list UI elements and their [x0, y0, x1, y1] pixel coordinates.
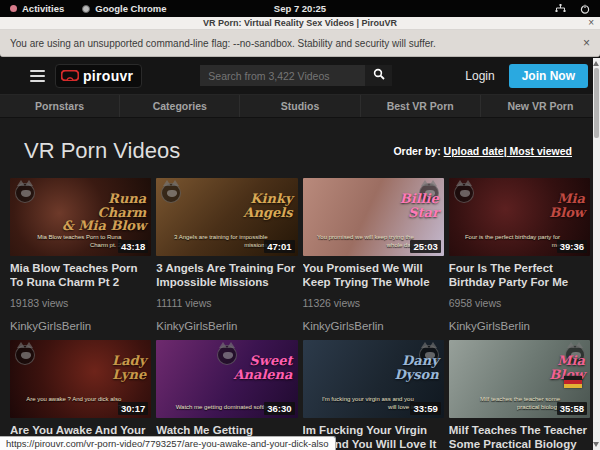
- chrome-icon: [82, 5, 90, 13]
- clock[interactable]: Sep 7 20:25: [274, 3, 326, 14]
- video-card[interactable]: Kinky Angels3 Angels are training for im…: [156, 178, 297, 332]
- studio-watermark-icon: [15, 183, 35, 203]
- video-thumbnail[interactable]: Runa Charm & Mia BlowMia Blow teaches Po…: [10, 178, 151, 256]
- video-studio-link[interactable]: KinkyGirlsBerlin: [303, 320, 444, 332]
- page-title: VR Porn Videos: [24, 138, 180, 164]
- site-navbar: pirouvr Login Join Now: [0, 57, 600, 95]
- video-grid: Runa Charm & Mia BlowMia Blow teaches Po…: [0, 178, 600, 450]
- thumbnail-overlay-subtitle: 3 Angels are training for impossible mis…: [169, 234, 268, 250]
- video-thumbnail[interactable]: Sweet AnalenaWatch me getting dominated …: [156, 340, 297, 418]
- video-thumbnail[interactable]: Mia BlowMilf teaches the teacher some pr…: [449, 340, 590, 418]
- video-thumbnail[interactable]: Mia BlowFour is the perfect birthday par…: [449, 178, 590, 256]
- page-scrollbar[interactable]: [593, 58, 600, 450]
- search-bar: [200, 65, 392, 86]
- scroll-down-icon[interactable]: [593, 442, 599, 447]
- power-icon[interactable]: [580, 4, 590, 14]
- network-icon[interactable]: [555, 4, 566, 14]
- video-duration-badge: 47:01: [264, 240, 294, 253]
- order-by-label: Order by:: [393, 145, 440, 157]
- activities-label: Activities: [22, 3, 64, 14]
- video-duration-badge: 43:18: [118, 240, 148, 253]
- video-duration-badge: 30:17: [118, 402, 148, 415]
- video-title[interactable]: Mia Blow Teaches Porn To Runa Charm Pt 2: [10, 262, 151, 290]
- thumbnail-overlay-name: Dany Dyson: [394, 354, 438, 381]
- hamburger-menu-icon[interactable]: [30, 67, 45, 85]
- video-title[interactable]: Four Is The Perfect Birthday Party For M…: [449, 262, 590, 290]
- system-top-bar: Activities Google Chrome Sep 7 20:25: [0, 0, 600, 17]
- menu-item-studios[interactable]: Studios: [240, 95, 360, 117]
- site-logo[interactable]: pirouvr: [55, 64, 142, 88]
- scrollbar-thumb[interactable]: [594, 68, 599, 138]
- thumbnail-overlay-name: Lady Lyne: [112, 354, 146, 381]
- warning-close-icon[interactable]: ×: [583, 36, 590, 50]
- menu-item-pornstars[interactable]: Pornstars: [0, 95, 120, 117]
- thumbnail-overlay-subtitle: I'm fucking your virgin ass and you will…: [315, 396, 414, 412]
- video-title[interactable]: 3 Angels Are Training For Impossible Mis…: [156, 262, 297, 290]
- studio-watermark-icon: [15, 345, 35, 365]
- warning-message: You are using an unsupported command-lin…: [10, 38, 436, 49]
- video-card[interactable]: Mia BlowFour is the perfect birthday par…: [449, 178, 590, 332]
- site-logo-text: pirouvr: [83, 68, 133, 84]
- video-views: 19183 views: [10, 297, 151, 309]
- video-duration-badge: 33:59: [410, 402, 440, 415]
- video-studio-link[interactable]: KinkyGirlsBerlin: [156, 320, 297, 332]
- sort-links: Upload date| Most viewed: [444, 145, 572, 157]
- video-views: 6958 views: [449, 297, 590, 309]
- thumbnail-overlay-subtitle: Watch me getting dominated softly: [176, 404, 268, 412]
- chrome-app-indicator[interactable]: Google Chrome: [82, 3, 166, 14]
- video-title[interactable]: Milf Teaches The Teacher Some Practical …: [449, 424, 590, 450]
- german-flag-icon: [564, 376, 582, 388]
- video-card[interactable]: Lady LyneAre you awake ? And your dick a…: [10, 340, 151, 450]
- sort-link-upload-date[interactable]: Upload date: [444, 145, 504, 157]
- video-views: 11326 views: [303, 297, 444, 309]
- activities-icon: [10, 5, 17, 12]
- status-url: https://pirouvr.com/vr-porn-video/779325…: [6, 438, 329, 449]
- video-thumbnail[interactable]: Billie StarYou promised we will keep try…: [303, 178, 444, 256]
- video-studio-link[interactable]: KinkyGirlsBerlin: [449, 320, 590, 332]
- video-thumbnail[interactable]: Kinky Angels3 Angels are training for im…: [156, 178, 297, 256]
- thumbnail-overlay-name: Runa Charm & Mia Blow: [62, 192, 146, 233]
- page-header: VR Porn Videos Order by: Upload date| Mo…: [0, 118, 600, 178]
- window-title-bar: VR Porn: Virtual Reality Sex Videos | Pi…: [0, 17, 600, 30]
- chrome-warning-bar: You are using an unsupported command-lin…: [0, 30, 600, 57]
- site-menu: PornstarsCategoriesStudiosBest VR PornNe…: [0, 95, 600, 118]
- vr-headset-icon: [61, 67, 79, 85]
- thumbnail-overlay-name: Sweet Analena: [233, 354, 292, 381]
- window-title: VR Porn: Virtual Reality Sex Videos | Pi…: [203, 18, 397, 28]
- activities-button[interactable]: Activities: [10, 3, 64, 14]
- menu-item-best-vr-porn[interactable]: Best VR Porn: [361, 95, 481, 117]
- thumbnail-overlay-subtitle: You promised we will keep trying the who…: [315, 234, 414, 250]
- video-views: 11111 views: [156, 297, 297, 309]
- video-title[interactable]: You Promised We Will Keep Trying The Who…: [303, 262, 444, 290]
- video-card[interactable]: Dany DysonI'm fucking your virgin ass an…: [303, 340, 444, 450]
- sort-link-most-viewed[interactable]: Most viewed: [507, 145, 572, 157]
- video-duration-badge: 39:36: [557, 240, 587, 253]
- video-duration-badge: 35:58: [557, 402, 587, 415]
- thumbnail-overlay-name: Billie Star: [400, 192, 439, 219]
- join-now-button[interactable]: Join Now: [509, 64, 588, 88]
- video-duration-badge: 36:30: [264, 402, 294, 415]
- status-bar: https://pirouvr.com/vr-porn-video/779325…: [0, 436, 336, 450]
- window-close-icon[interactable]: ×: [588, 17, 594, 28]
- search-button[interactable]: [365, 65, 392, 86]
- video-thumbnail[interactable]: Dany DysonI'm fucking your virgin ass an…: [303, 340, 444, 418]
- thumbnail-overlay-subtitle: Are you awake ? And your dick also ?: [22, 396, 121, 412]
- video-thumbnail[interactable]: Lady LyneAre you awake ? And your dick a…: [10, 340, 151, 418]
- menu-item-categories[interactable]: Categories: [120, 95, 240, 117]
- scroll-up-icon[interactable]: [593, 61, 599, 66]
- thumbnail-overlay-subtitle: Milf teaches the teacher some practical …: [461, 396, 560, 412]
- video-duration-badge: 25:03: [410, 240, 440, 253]
- thumbnail-overlay-name: Kinky Angels: [243, 192, 292, 219]
- thumbnail-overlay-subtitle: Four is the perfect birthday party for m…: [461, 234, 560, 250]
- login-link[interactable]: Login: [465, 69, 494, 83]
- studio-watermark-icon: [161, 183, 181, 203]
- video-card[interactable]: Runa Charm & Mia BlowMia Blow teaches Po…: [10, 178, 151, 332]
- menu-item-new-vr-porn[interactable]: New VR Porn: [481, 95, 600, 117]
- video-card[interactable]: Mia BlowMilf teaches the teacher some pr…: [449, 340, 590, 450]
- chrome-app-label: Google Chrome: [95, 3, 166, 14]
- video-card[interactable]: Billie StarYou promised we will keep try…: [303, 178, 444, 332]
- thumbnail-overlay-name: Mia Blow: [549, 192, 585, 219]
- search-input[interactable]: [200, 65, 365, 86]
- video-studio-link[interactable]: KinkyGirlsBerlin: [10, 320, 151, 332]
- video-card[interactable]: Sweet AnalenaWatch me getting dominated …: [156, 340, 297, 450]
